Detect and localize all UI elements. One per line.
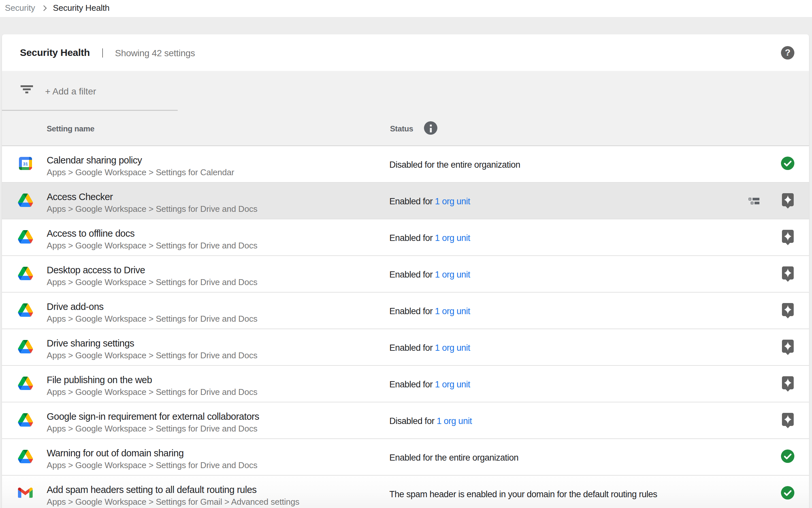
svg-text:31: 31 xyxy=(23,162,28,166)
